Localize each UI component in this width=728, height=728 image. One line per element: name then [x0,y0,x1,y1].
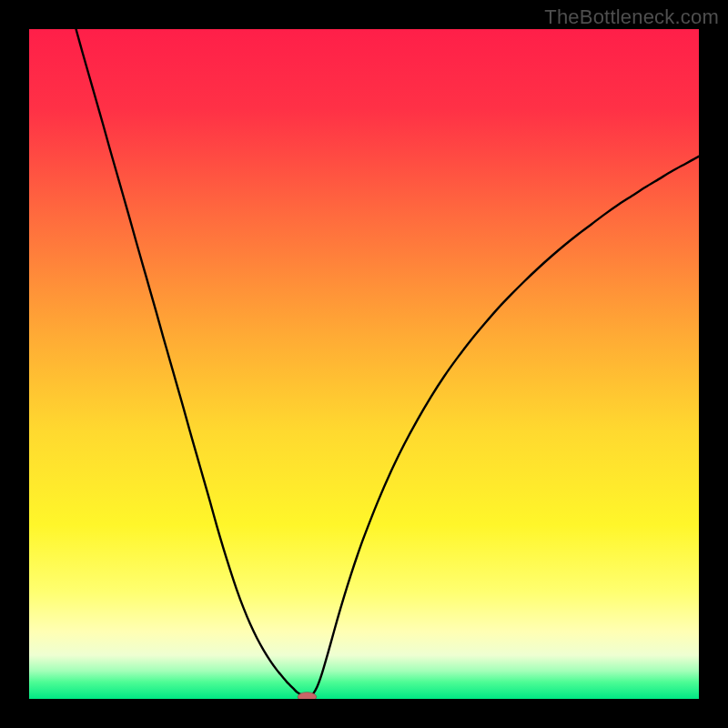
plot-area [29,29,699,699]
watermark-text: TheBottleneck.com [544,5,719,29]
chart-stage: TheBottleneck.com [0,0,728,728]
gradient-background [29,29,699,699]
chart-svg [29,29,699,699]
